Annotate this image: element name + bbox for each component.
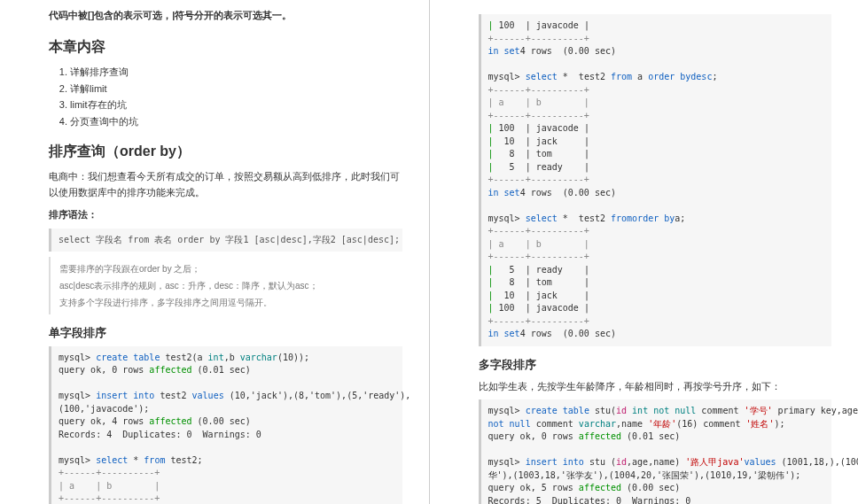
page-left: 代码中被[]包含的表示可选，|符号分开的表示可选其一。 本章内容 详解排序查询 … xyxy=(0,0,430,504)
terminal-output: mysql> create table stu(id int not null … xyxy=(479,399,832,504)
toc-item: 详解limit xyxy=(70,81,402,97)
syntax-codebox: select 字段名 from 表名 order by 字段1 [asc|des… xyxy=(49,229,402,252)
page-right: | 100 | javacode | +------+----------+ i… xyxy=(430,0,859,504)
syntax-label: 排序语法： xyxy=(49,206,402,223)
note-line: 需要排序的字段跟在order by 之后； xyxy=(59,260,394,277)
terminal-output: mysql> create table test2(a int,b varcha… xyxy=(49,346,402,504)
note-line: asc|desc表示排序的规则，asc：升序，desc：降序，默认为asc； xyxy=(59,277,394,294)
subsection-heading: 单字段排序 xyxy=(49,325,402,341)
subsection-heading: 多字段排序 xyxy=(479,357,832,373)
terminal-output: | 100 | javacode | +------+----------+ i… xyxy=(479,14,832,346)
intro-line: 代码中被[]包含的表示可选，|符号分开的表示可选其一。 xyxy=(49,9,402,22)
note-line: 支持多个字段进行排序，多字段排序之间用逗号隔开。 xyxy=(59,294,394,311)
chapter-heading: 本章内容 xyxy=(49,38,402,57)
section-paragraph: 电商中：我们想查看今天所有成交的订单，按照交易额从高到低排序，此时我们可以使用数… xyxy=(49,168,402,201)
toc-item: 详解排序查询 xyxy=(70,64,402,81)
toc-list: 详解排序查询 详解limit limit存在的坑 分页查询中的坑 xyxy=(49,64,402,130)
section-heading: 排序查询（order by） xyxy=(49,143,402,161)
syntax-notes: 需要排序的字段跟在order by 之后； asc|desc表示排序的规则，as… xyxy=(49,257,402,314)
toc-item: limit存在的坑 xyxy=(70,97,402,113)
toc-item: 分页查询中的坑 xyxy=(70,113,402,130)
subsection-paragraph: 比如学生表，先按学生年龄降序，年龄相同时，再按学号升序，如下： xyxy=(479,378,832,395)
